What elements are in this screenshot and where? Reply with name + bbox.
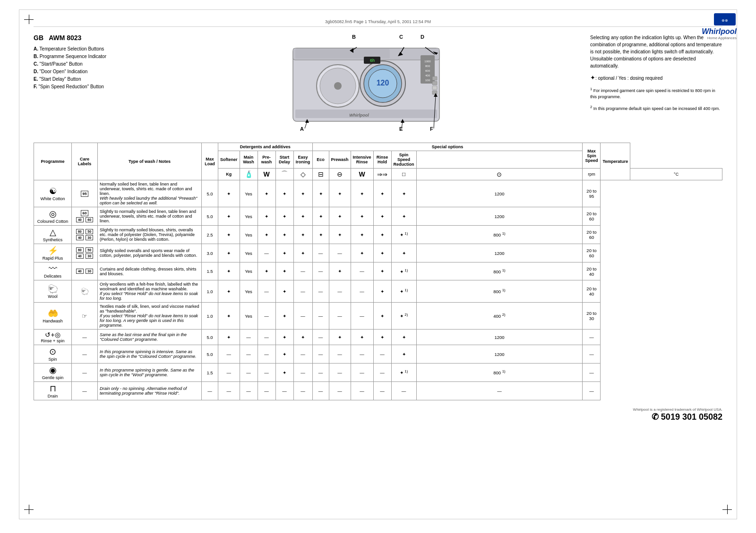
- soft-synthetics: ✦: [218, 226, 240, 244]
- temp-white-cotton: 20 to 95: [583, 180, 601, 207]
- hold-delicates: ✦: [373, 262, 391, 280]
- easy-spin: —: [293, 345, 312, 364]
- programmes-table: Programme Care Labels Type of wash / Not…: [34, 143, 722, 400]
- main-coloured-cotton: Yes: [240, 207, 258, 226]
- pre-white-cotton: ✦: [258, 180, 275, 207]
- intensive-spin: —: [351, 345, 373, 364]
- footer-right: Whirlpool is a registered trademark of W…: [633, 407, 722, 422]
- pre-coloured-cotton: ✦: [258, 207, 275, 226]
- col-header-start-delay: Start Delay: [275, 151, 293, 169]
- hold-white-cotton: ✦: [373, 180, 391, 207]
- maxspin-delicates: 800 1): [416, 262, 583, 280]
- eco-rinse-spin: —: [312, 330, 329, 345]
- maxspin-gentle-spin: 800 1): [416, 364, 583, 382]
- row-drain: ⊓ Drain — Drain only - no spinning. Alte…: [34, 382, 722, 400]
- page-header: 3gb05082.fm5 Page 1 Thursday, April 5, 2…: [34, 19, 722, 27]
- model-title: GB AWM 8023: [34, 34, 128, 42]
- prog-spin: ⊙ Spin: [34, 345, 72, 364]
- col-header-main-wash: Main Wash: [240, 151, 258, 169]
- easy-rapid-plus: ✦: [293, 244, 312, 262]
- notes-synthetics: Slightly to normally soiled blouses, shi…: [98, 226, 202, 244]
- main-spin: —: [240, 345, 258, 364]
- col-header-programme: Programme: [34, 143, 72, 180]
- easy-wool: —: [293, 280, 312, 303]
- col-group-special: Special options: [312, 143, 583, 151]
- intensive-rinse-spin: ✦: [351, 330, 373, 345]
- prewash-gentle-spin: —: [329, 364, 351, 382]
- prewash-delicates: ✦: [329, 262, 351, 280]
- start-handwash: ✦: [275, 303, 293, 330]
- intensive-gentle-spin: —: [351, 364, 373, 382]
- svg-text:100: 100: [425, 79, 430, 82]
- row-rapid-plus: ⚡ Rapid Plus 60 50 40 30 Slightly soiled…: [34, 244, 722, 262]
- soft-gentle-spin: —: [218, 364, 240, 382]
- spinred-white-cotton: ✦: [391, 180, 416, 207]
- eco-spin: —: [312, 345, 329, 364]
- prog-wool: 🐑 Wool: [34, 280, 72, 303]
- easy-drain: —: [293, 382, 312, 400]
- prog-drain: ⊓ Drain: [34, 382, 72, 400]
- col-header-load: Max Load: [202, 143, 218, 180]
- start-rapid-plus: ✦: [275, 244, 293, 262]
- intensive-white-cotton: ✦: [351, 180, 373, 207]
- hold-gentle-spin: —: [373, 364, 391, 382]
- soft-rinse-spin: ✦: [218, 330, 240, 345]
- features-list: A. Temperature Selection Buttons B. Prog…: [34, 45, 128, 91]
- col-header-easy-ironing: Easy Ironing: [293, 151, 312, 169]
- load-drain: —: [202, 382, 218, 400]
- prewash-synthetics: ✦: [329, 226, 351, 244]
- spinred-spin: ✦: [391, 345, 416, 364]
- notes-handwash: Textiles made of silk, linen, wool and v…: [98, 303, 202, 330]
- eco-wool: —: [312, 280, 329, 303]
- notes-wool: Only woollens with a felt-free finish, l…: [98, 280, 202, 303]
- start-coloured-cotton: ✦: [275, 207, 293, 226]
- whirlpool-logo-icon: ⊕⊕: [713, 12, 737, 26]
- care-spin: —: [72, 345, 98, 364]
- soft-drain: —: [218, 382, 240, 400]
- col-header-prewash: Prewash: [329, 151, 351, 169]
- hold-drain: —: [373, 382, 391, 400]
- care-rinse-spin: —: [72, 330, 98, 345]
- feature-e: E. "Start Delay" Button: [34, 76, 128, 83]
- eco-white-cotton: ✦: [312, 180, 329, 207]
- col-header-eco: Eco: [312, 151, 329, 169]
- col-unit-rpm: rpm: [583, 169, 601, 180]
- easy-delicates: —: [293, 262, 312, 280]
- maxspin-rapid-plus: 1200: [416, 244, 583, 262]
- temp-drain: —: [583, 382, 601, 400]
- load-gentle-spin: 1.5: [202, 364, 218, 382]
- load-rinse-spin: 5.0: [202, 330, 218, 345]
- prog-rinse-spin: ↺+◎ Rinse + spin: [34, 330, 72, 345]
- maxspin-wool: 800 1): [416, 280, 583, 303]
- prog-gentle-spin: ◉ Gentle spin: [34, 364, 72, 382]
- machine-image-area: B C D 120: [137, 34, 581, 133]
- icon-spin-reduction: ⊙: [416, 169, 583, 180]
- load-spin: 5.0: [202, 345, 218, 364]
- maxspin-synthetics: 800 1): [416, 226, 583, 244]
- feature-a: A. Temperature Selection Buttons: [34, 45, 128, 53]
- eco-handwash: —: [312, 303, 329, 330]
- svg-text:6h: 6h: [370, 58, 375, 63]
- eco-gentle-spin: —: [312, 364, 329, 382]
- svg-text:400: 400: [425, 74, 430, 77]
- col-header-rinse-hold: Rinse Hold: [373, 151, 391, 169]
- care-delicates: 40 30: [72, 262, 98, 280]
- soft-rapid-plus: ✦: [218, 244, 240, 262]
- feature-d: D. "Door Open" Indication: [34, 68, 128, 76]
- footnote-2: 2 In this programme default spin speed c…: [590, 104, 722, 112]
- care-synthetics: 60 50 40 30: [72, 226, 98, 244]
- svg-rect-24: [432, 86, 437, 90]
- icon-start-delay: ◇: [293, 169, 312, 180]
- temp-wool: 20 to 40: [583, 280, 601, 303]
- hold-wool: ✦: [373, 280, 391, 303]
- phone-icon: ✆: [652, 412, 661, 422]
- icon-intensive-rinse: ⇒⇒: [373, 169, 391, 180]
- svg-text:1000: 1000: [424, 60, 431, 63]
- col-header-notes: Type of wash / Notes: [98, 143, 202, 180]
- main-rinse-spin: —: [240, 330, 258, 345]
- svg-text:E: E: [399, 126, 403, 132]
- top-section: GB AWM 8023 A. Temperature Selection But…: [34, 34, 722, 133]
- prog-handwash: 🤲 Handwash: [34, 303, 72, 330]
- col-header-intensive-rinse: Intensive Rinse: [351, 151, 373, 169]
- eco-drain: —: [312, 382, 329, 400]
